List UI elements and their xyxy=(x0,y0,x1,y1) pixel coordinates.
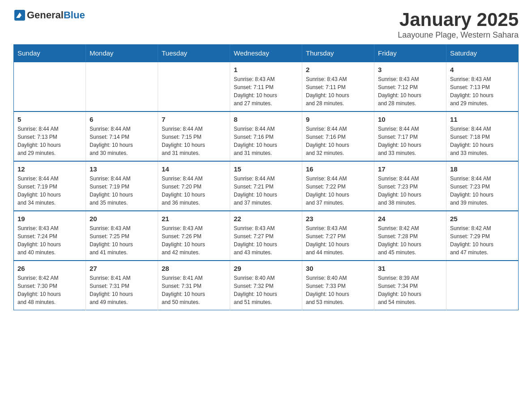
day-info: Sunrise: 8:44 AMSunset: 7:19 PMDaylight:… xyxy=(90,175,154,207)
page-title: January 2025 xyxy=(398,9,519,30)
calendar-cell: 4Sunrise: 8:43 AMSunset: 7:13 PMDaylight… xyxy=(446,62,519,111)
day-number: 13 xyxy=(90,165,154,173)
calendar-cell: 25Sunrise: 8:42 AMSunset: 7:29 PMDayligh… xyxy=(446,211,519,261)
day-number: 31 xyxy=(378,265,442,272)
day-info: Sunrise: 8:44 AMSunset: 7:23 PMDaylight:… xyxy=(378,175,442,207)
day-number: 12 xyxy=(17,165,82,173)
day-info: Sunrise: 8:40 AMSunset: 7:32 PMDaylight:… xyxy=(234,274,298,306)
day-number: 22 xyxy=(234,215,298,223)
day-info: Sunrise: 8:44 AMSunset: 7:23 PMDaylight:… xyxy=(450,175,515,207)
calendar-header-friday: Friday xyxy=(374,45,446,62)
calendar-cell: 10Sunrise: 8:44 AMSunset: 7:17 PMDayligh… xyxy=(374,111,446,161)
day-number: 11 xyxy=(450,116,515,123)
day-number: 28 xyxy=(162,265,226,272)
day-info: Sunrise: 8:39 AMSunset: 7:34 PMDaylight:… xyxy=(378,274,442,306)
day-info: Sunrise: 8:41 AMSunset: 7:31 PMDaylight:… xyxy=(90,274,154,306)
calendar-cell: 12Sunrise: 8:44 AMSunset: 7:19 PMDayligh… xyxy=(14,161,86,211)
calendar-cell xyxy=(158,62,230,111)
day-info: Sunrise: 8:41 AMSunset: 7:31 PMDaylight:… xyxy=(162,274,226,306)
day-info: Sunrise: 8:44 AMSunset: 7:21 PMDaylight:… xyxy=(234,175,298,207)
day-number: 4 xyxy=(450,66,515,73)
logo-text-blue: Blue xyxy=(64,9,85,21)
day-info: Sunrise: 8:44 AMSunset: 7:18 PMDaylight:… xyxy=(450,125,515,157)
day-info: Sunrise: 8:42 AMSunset: 7:28 PMDaylight:… xyxy=(378,224,442,257)
day-number: 17 xyxy=(378,165,442,173)
day-number: 26 xyxy=(17,265,82,272)
calendar-header-tuesday: Tuesday xyxy=(158,45,230,62)
day-number: 29 xyxy=(234,265,298,272)
calendar-cell: 19Sunrise: 8:43 AMSunset: 7:24 PMDayligh… xyxy=(14,211,86,261)
day-info: Sunrise: 8:44 AMSunset: 7:19 PMDaylight:… xyxy=(17,175,82,207)
calendar-cell: 21Sunrise: 8:43 AMSunset: 7:26 PMDayligh… xyxy=(158,211,230,261)
calendar-cell: 30Sunrise: 8:40 AMSunset: 7:33 PMDayligh… xyxy=(302,261,374,310)
calendar-cell: 22Sunrise: 8:43 AMSunset: 7:27 PMDayligh… xyxy=(230,211,302,261)
day-info: Sunrise: 8:44 AMSunset: 7:15 PMDaylight:… xyxy=(162,125,226,157)
calendar-header-monday: Monday xyxy=(86,45,158,62)
calendar-cell: 13Sunrise: 8:44 AMSunset: 7:19 PMDayligh… xyxy=(86,161,158,211)
calendar-cell: 3Sunrise: 8:43 AMSunset: 7:12 PMDaylight… xyxy=(374,62,446,111)
day-number: 2 xyxy=(306,66,370,73)
calendar-cell: 23Sunrise: 8:43 AMSunset: 7:27 PMDayligh… xyxy=(302,211,374,261)
day-number: 30 xyxy=(306,265,370,272)
calendar-cell: 28Sunrise: 8:41 AMSunset: 7:31 PMDayligh… xyxy=(158,261,230,310)
calendar-header-wednesday: Wednesday xyxy=(230,45,302,62)
calendar-cell: 11Sunrise: 8:44 AMSunset: 7:18 PMDayligh… xyxy=(446,111,519,161)
calendar-cell: 16Sunrise: 8:44 AMSunset: 7:22 PMDayligh… xyxy=(302,161,374,211)
day-info: Sunrise: 8:43 AMSunset: 7:27 PMDaylight:… xyxy=(234,224,298,257)
day-number: 16 xyxy=(306,165,370,173)
calendar-week-row: 5Sunrise: 8:44 AMSunset: 7:13 PMDaylight… xyxy=(14,111,519,161)
calendar-week-row: 12Sunrise: 8:44 AMSunset: 7:19 PMDayligh… xyxy=(14,161,519,211)
day-info: Sunrise: 8:44 AMSunset: 7:13 PMDaylight:… xyxy=(17,125,82,157)
calendar-week-row: 19Sunrise: 8:43 AMSunset: 7:24 PMDayligh… xyxy=(14,211,519,261)
day-info: Sunrise: 8:42 AMSunset: 7:30 PMDaylight:… xyxy=(17,274,82,306)
day-info: Sunrise: 8:43 AMSunset: 7:12 PMDaylight:… xyxy=(378,75,442,107)
calendar-header: SundayMondayTuesdayWednesdayThursdayFrid… xyxy=(14,45,519,62)
calendar-cell: 29Sunrise: 8:40 AMSunset: 7:32 PMDayligh… xyxy=(230,261,302,310)
calendar-cell: 26Sunrise: 8:42 AMSunset: 7:30 PMDayligh… xyxy=(14,261,86,310)
day-number: 23 xyxy=(306,215,370,223)
day-info: Sunrise: 8:43 AMSunset: 7:27 PMDaylight:… xyxy=(306,224,370,257)
calendar-cell: 7Sunrise: 8:44 AMSunset: 7:15 PMDaylight… xyxy=(158,111,230,161)
day-number: 8 xyxy=(234,116,298,123)
day-number: 7 xyxy=(162,116,226,123)
day-info: Sunrise: 8:43 AMSunset: 7:25 PMDaylight:… xyxy=(90,224,154,257)
calendar-body: 1Sunrise: 8:43 AMSunset: 7:11 PMDaylight… xyxy=(14,62,519,310)
day-number: 15 xyxy=(234,165,298,173)
day-number: 19 xyxy=(17,215,82,223)
calendar-cell: 17Sunrise: 8:44 AMSunset: 7:23 PMDayligh… xyxy=(374,161,446,211)
day-info: Sunrise: 8:44 AMSunset: 7:22 PMDaylight:… xyxy=(306,175,370,207)
day-number: 6 xyxy=(90,116,154,123)
calendar-cell: 2Sunrise: 8:43 AMSunset: 7:11 PMDaylight… xyxy=(302,62,374,111)
calendar-week-row: 1Sunrise: 8:43 AMSunset: 7:11 PMDaylight… xyxy=(14,62,519,111)
calendar-cell: 8Sunrise: 8:44 AMSunset: 7:16 PMDaylight… xyxy=(230,111,302,161)
calendar-cell xyxy=(86,62,158,111)
page-subtitle: Laayoune Plage, Western Sahara xyxy=(398,30,519,40)
calendar-cell: 27Sunrise: 8:41 AMSunset: 7:31 PMDayligh… xyxy=(86,261,158,310)
calendar-cell: 9Sunrise: 8:44 AMSunset: 7:16 PMDaylight… xyxy=(302,111,374,161)
day-number: 21 xyxy=(162,215,226,223)
day-number: 14 xyxy=(162,165,226,173)
calendar-table: SundayMondayTuesdayWednesdayThursdayFrid… xyxy=(13,44,519,310)
calendar-cell: 18Sunrise: 8:44 AMSunset: 7:23 PMDayligh… xyxy=(446,161,519,211)
logo: GeneralBlue xyxy=(13,9,85,21)
calendar-cell: 31Sunrise: 8:39 AMSunset: 7:34 PMDayligh… xyxy=(374,261,446,310)
day-number: 1 xyxy=(234,66,298,73)
calendar-cell: 24Sunrise: 8:42 AMSunset: 7:28 PMDayligh… xyxy=(374,211,446,261)
logo-text-general: General xyxy=(27,9,64,21)
calendar-header-thursday: Thursday xyxy=(302,45,374,62)
calendar-cell xyxy=(446,261,519,310)
calendar-cell xyxy=(14,62,86,111)
day-number: 10 xyxy=(378,116,442,123)
title-block: January 2025 Laayoune Plage, Western Sah… xyxy=(398,9,519,40)
day-number: 3 xyxy=(378,66,442,73)
day-info: Sunrise: 8:44 AMSunset: 7:16 PMDaylight:… xyxy=(234,125,298,157)
calendar-cell: 20Sunrise: 8:43 AMSunset: 7:25 PMDayligh… xyxy=(86,211,158,261)
day-number: 25 xyxy=(450,215,515,223)
calendar-cell: 14Sunrise: 8:44 AMSunset: 7:20 PMDayligh… xyxy=(158,161,230,211)
day-info: Sunrise: 8:44 AMSunset: 7:16 PMDaylight:… xyxy=(306,125,370,157)
day-info: Sunrise: 8:44 AMSunset: 7:20 PMDaylight:… xyxy=(162,175,226,207)
day-info: Sunrise: 8:43 AMSunset: 7:11 PMDaylight:… xyxy=(306,75,370,107)
calendar-header-sunday: Sunday xyxy=(14,45,86,62)
day-info: Sunrise: 8:43 AMSunset: 7:24 PMDaylight:… xyxy=(17,224,82,257)
calendar-week-row: 26Sunrise: 8:42 AMSunset: 7:30 PMDayligh… xyxy=(14,261,519,310)
